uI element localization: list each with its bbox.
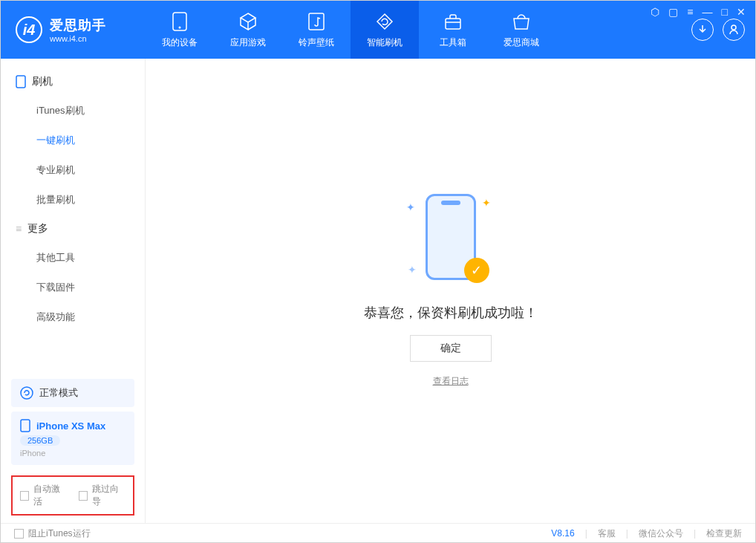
menu-icon[interactable]: ≡ [687,6,693,18]
phone-outline-icon [16,75,26,88]
sidebar-section-more: ≡ 更多 [1,215,145,243]
sparkle-icon: ✦ [406,201,415,213]
refresh-icon [374,11,395,32]
shirt-icon[interactable]: ⬡ [651,6,659,18]
tab-label: 工具箱 [440,36,466,49]
sidebar-item-other-tools[interactable]: 其他工具 [1,243,145,273]
checkbox-label: 跳过向导 [92,483,126,508]
download-button[interactable] [691,19,714,41]
app-subtitle: www.i4.cn [50,34,106,43]
tab-label: 铃声壁纸 [299,36,334,49]
app-title: 爱思助手 [50,16,106,34]
skip-guide-checkbox[interactable]: 跳过向导 [79,483,126,508]
success-message: 恭喜您，保资料刷机成功啦！ [364,304,538,322]
sidebar: 刷机 iTunes刷机 一键刷机 专业刷机 批量刷机 ≡ 更多 其他工具 下载固… [1,59,146,523]
window-controls: ⬡ ▢ ≡ — □ ✕ [651,6,746,18]
view-log-link[interactable]: 查看日志 [433,375,469,388]
app-logo-icon: i4 [16,16,42,43]
tab-toolbox[interactable]: 工具箱 [419,1,487,59]
device-icon [20,419,30,432]
music-note-icon [306,11,327,32]
tab-ringtones[interactable]: 铃声壁纸 [282,1,351,59]
sparkle-icon: ✦ [482,197,491,209]
customer-service-link[interactable]: 客服 [598,527,616,540]
maximize-button[interactable]: □ [722,6,728,18]
section-title: 更多 [27,222,48,235]
tab-label: 智能刷机 [367,36,403,49]
device-storage: 256GB [20,435,60,446]
mode-label: 正常模式 [39,386,78,400]
version-label: V8.16 [551,528,574,539]
sidebar-item-batch-flash[interactable]: 批量刷机 [1,185,145,215]
separator: | [585,528,587,539]
svg-rect-2 [309,13,324,30]
svg-point-1 [179,26,181,28]
tab-label: 爱思商城 [504,36,539,49]
sync-icon [20,386,33,400]
toolbox-icon [443,11,463,32]
sidebar-item-advanced[interactable]: 高级功能 [1,302,145,332]
svg-rect-7 [21,420,30,432]
body: 刷机 iTunes刷机 一键刷机 专业刷机 批量刷机 ≡ 更多 其他工具 下载固… [1,59,755,523]
logo-area: i4 爱思助手 www.i4.cn [1,16,146,43]
header-right [691,19,755,41]
nav-tabs: 我的设备 应用游戏 铃声壁纸 智能刷机 工具箱 爱思商城 [146,1,555,59]
list-icon: ≡ [16,223,22,235]
tab-my-device[interactable]: 我的设备 [146,1,214,59]
section-title: 刷机 [32,75,53,88]
footer: 阻止iTunes运行 V8.16 | 客服 | 微信公众号 | 检查更新 [1,523,755,543]
checkbox-label: 自动激活 [33,483,67,508]
minimize-button[interactable]: — [703,6,713,18]
tab-store[interactable]: 爱思商城 [487,1,555,59]
svg-rect-5 [16,76,25,88]
device-name: iPhone XS Max [36,420,105,432]
check-badge-icon: ✓ [464,258,489,283]
separator: | [694,528,696,539]
separator: | [626,528,628,539]
mode-status[interactable]: 正常模式 [11,379,134,407]
svg-rect-3 [446,19,460,29]
header: i4 爱思助手 www.i4.cn 我的设备 应用游戏 铃声壁纸 智能刷机 工具… [1,1,755,59]
auto-activate-checkbox[interactable]: 自动激活 [20,483,67,508]
device-panel[interactable]: iPhone XS Max 256GB iPhone [11,412,134,465]
sidebar-item-pro-flash[interactable]: 专业刷机 [1,155,145,185]
close-button[interactable]: ✕ [737,6,746,18]
tab-smart-flash[interactable]: 智能刷机 [351,1,419,59]
main-content: ✦ ✦ ✦ ✓ 恭喜您，保资料刷机成功啦！ 确定 查看日志 [146,59,755,523]
check-update-link[interactable]: 检查更新 [706,527,742,540]
feedback-icon[interactable]: ▢ [668,6,678,18]
tab-apps-games[interactable]: 应用游戏 [214,1,282,59]
logo-text: 爱思助手 www.i4.cn [50,16,106,43]
options-box: 自动激活 跳过向导 [11,475,134,516]
checkbox-label: 阻止iTunes运行 [28,527,91,540]
device-type: iPhone [20,449,126,458]
ok-button[interactable]: 确定 [410,335,492,362]
tab-label: 我的设备 [162,36,198,49]
sidebar-section-flash: 刷机 [1,68,145,96]
svg-point-6 [21,387,33,399]
block-itunes-checkbox[interactable]: 阻止iTunes运行 [14,527,91,540]
sidebar-item-one-click-flash[interactable]: 一键刷机 [1,126,145,155]
svg-point-4 [731,25,736,30]
wechat-link[interactable]: 微信公众号 [639,527,683,540]
sidebar-item-download-firmware[interactable]: 下载固件 [1,273,145,302]
phone-icon [169,11,190,32]
store-icon [511,11,532,32]
user-button[interactable] [723,19,745,41]
cube-icon [238,11,258,32]
success-illustration: ✦ ✦ ✦ ✓ [406,194,495,290]
sidebar-item-itunes-flash[interactable]: iTunes刷机 [1,96,145,126]
sparkle-icon: ✦ [408,264,417,276]
tab-label: 应用游戏 [230,36,266,49]
